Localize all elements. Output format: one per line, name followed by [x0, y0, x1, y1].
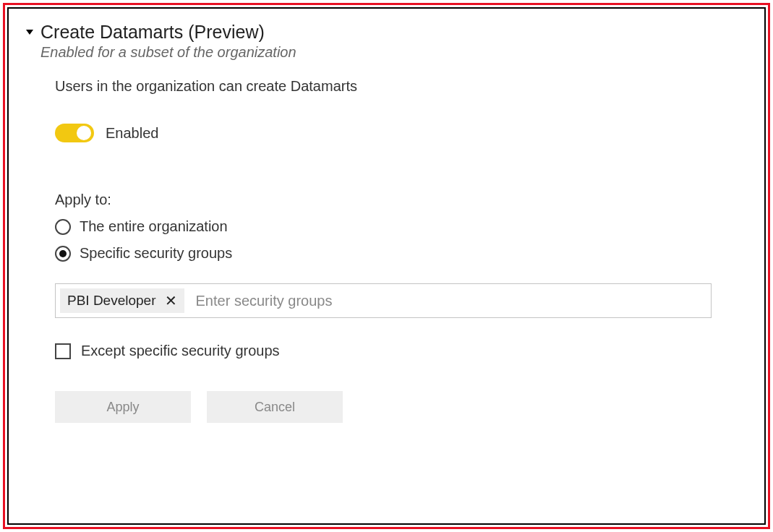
radio-specific-security-groups[interactable] [55, 246, 71, 262]
enabled-toggle[interactable] [55, 124, 94, 142]
except-groups-checkbox[interactable] [55, 343, 71, 359]
security-group-chip[interactable]: PBI Developer ✕ [60, 288, 184, 313]
toggle-knob-icon [77, 126, 91, 140]
setting-subtitle: Enabled for a subset of the organization [40, 44, 751, 61]
apply-button[interactable]: Apply [55, 391, 191, 423]
cancel-button[interactable]: Cancel [207, 391, 343, 423]
security-groups-input-container[interactable]: PBI Developer ✕ [55, 283, 712, 318]
security-groups-input[interactable] [184, 284, 711, 317]
chip-remove-icon[interactable]: ✕ [165, 293, 177, 308]
radio-specific-security-groups-label: Specific security groups [80, 245, 232, 262]
collapse-caret-icon[interactable] [26, 30, 33, 35]
setting-title: Create Datamarts (Preview) [40, 22, 751, 43]
radio-entire-organization[interactable] [55, 219, 71, 235]
radio-entire-organization-label: The entire organization [80, 218, 228, 235]
apply-to-label: Apply to: [55, 192, 751, 208]
enabled-toggle-label: Enabled [106, 125, 158, 142]
except-groups-label: Except specific security groups [81, 343, 280, 359]
setting-description: Users in the organization can create Dat… [55, 78, 751, 95]
chip-label: PBI Developer [67, 293, 156, 309]
